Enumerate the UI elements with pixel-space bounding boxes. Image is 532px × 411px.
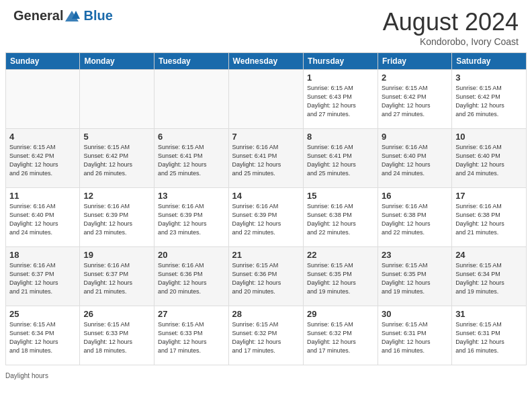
day-number: 19	[83, 250, 150, 260]
col-friday: Friday	[378, 53, 452, 70]
col-saturday: Saturday	[452, 53, 527, 70]
day-number: 28	[232, 309, 300, 319]
table-cell: 19Sunrise: 6:16 AM Sunset: 6:37 PM Dayli…	[80, 247, 154, 306]
day-number: 15	[307, 191, 374, 201]
day-number: 1	[307, 73, 374, 83]
day-number: 25	[9, 309, 76, 319]
day-number: 4	[9, 132, 76, 142]
table-cell: 4Sunrise: 6:15 AM Sunset: 6:42 PM Daylig…	[6, 129, 80, 188]
day-info: Sunrise: 6:15 AM Sunset: 6:42 PM Dayligh…	[382, 84, 448, 119]
table-cell: 14Sunrise: 6:16 AM Sunset: 6:39 PM Dayli…	[228, 188, 303, 247]
day-number: 16	[382, 191, 448, 201]
day-info: Sunrise: 6:16 AM Sunset: 6:40 PM Dayligh…	[382, 143, 448, 178]
table-cell: 22Sunrise: 6:15 AM Sunset: 6:35 PM Dayli…	[304, 247, 378, 306]
day-number: 10	[455, 132, 523, 142]
table-cell: 20Sunrise: 6:16 AM Sunset: 6:36 PM Dayli…	[154, 247, 228, 306]
day-number: 8	[307, 132, 374, 142]
day-info: Sunrise: 6:15 AM Sunset: 6:31 PM Dayligh…	[382, 320, 448, 355]
table-cell: 3Sunrise: 6:15 AM Sunset: 6:42 PM Daylig…	[452, 70, 527, 129]
calendar-week-2: 4Sunrise: 6:15 AM Sunset: 6:42 PM Daylig…	[6, 129, 527, 188]
title-block: August 2024 Kondorobo, Ivory Coast	[383, 8, 519, 47]
calendar-week-4: 18Sunrise: 6:16 AM Sunset: 6:37 PM Dayli…	[6, 247, 527, 306]
calendar-header-row: Sunday Monday Tuesday Wednesday Thursday…	[6, 53, 527, 70]
col-tuesday: Tuesday	[154, 53, 228, 70]
day-info: Sunrise: 6:16 AM Sunset: 6:40 PM Dayligh…	[9, 202, 76, 237]
day-info: Sunrise: 6:16 AM Sunset: 6:38 PM Dayligh…	[307, 202, 374, 237]
logo-blue: Blue	[83, 9, 112, 22]
day-info: Sunrise: 6:15 AM Sunset: 6:35 PM Dayligh…	[382, 261, 448, 296]
day-number: 22	[307, 250, 374, 260]
calendar-week-5: 25Sunrise: 6:15 AM Sunset: 6:34 PM Dayli…	[6, 306, 527, 365]
day-info: Sunrise: 6:16 AM Sunset: 6:37 PM Dayligh…	[83, 261, 150, 296]
day-number: 5	[83, 132, 150, 142]
table-cell: 15Sunrise: 6:16 AM Sunset: 6:38 PM Dayli…	[304, 188, 378, 247]
day-info: Sunrise: 6:16 AM Sunset: 6:40 PM Dayligh…	[455, 143, 523, 178]
day-info: Sunrise: 6:15 AM Sunset: 6:42 PM Dayligh…	[83, 143, 150, 178]
col-monday: Monday	[80, 53, 154, 70]
table-cell: 24Sunrise: 6:15 AM Sunset: 6:34 PM Dayli…	[452, 247, 527, 306]
page-header: General Blue August 2024 Kondorobo, Ivor…	[0, 0, 532, 52]
day-number: 3	[455, 73, 523, 83]
day-info: Sunrise: 6:16 AM Sunset: 6:39 PM Dayligh…	[83, 202, 150, 237]
table-cell: 27Sunrise: 6:15 AM Sunset: 6:33 PM Dayli…	[154, 306, 228, 365]
day-number: 26	[83, 309, 150, 319]
table-cell	[154, 70, 228, 129]
col-thursday: Thursday	[304, 53, 378, 70]
calendar-table: Sunday Monday Tuesday Wednesday Thursday…	[5, 52, 527, 365]
table-cell: 13Sunrise: 6:16 AM Sunset: 6:39 PM Dayli…	[154, 188, 228, 247]
table-cell	[6, 70, 80, 129]
logo: General Blue	[13, 8, 113, 24]
day-number: 21	[232, 250, 300, 260]
day-info: Sunrise: 6:15 AM Sunset: 6:32 PM Dayligh…	[232, 320, 300, 355]
day-info: Sunrise: 6:15 AM Sunset: 6:36 PM Dayligh…	[232, 261, 300, 296]
table-cell: 1Sunrise: 6:15 AM Sunset: 6:43 PM Daylig…	[304, 70, 378, 129]
table-cell: 2Sunrise: 6:15 AM Sunset: 6:42 PM Daylig…	[378, 70, 452, 129]
day-number: 6	[158, 132, 225, 142]
table-cell: 12Sunrise: 6:16 AM Sunset: 6:39 PM Dayli…	[80, 188, 154, 247]
day-info: Sunrise: 6:16 AM Sunset: 6:41 PM Dayligh…	[307, 143, 374, 178]
day-info: Sunrise: 6:15 AM Sunset: 6:33 PM Dayligh…	[83, 320, 150, 355]
table-cell: 17Sunrise: 6:16 AM Sunset: 6:38 PM Dayli…	[452, 188, 527, 247]
month-year-title: August 2024	[383, 8, 519, 36]
location-subtitle: Kondorobo, Ivory Coast	[383, 36, 519, 47]
day-number: 31	[455, 309, 523, 319]
day-number: 29	[307, 309, 374, 319]
col-wednesday: Wednesday	[228, 53, 303, 70]
table-cell: 5Sunrise: 6:15 AM Sunset: 6:42 PM Daylig…	[80, 129, 154, 188]
logo-icon	[64, 9, 80, 23]
table-cell: 8Sunrise: 6:16 AM Sunset: 6:41 PM Daylig…	[304, 129, 378, 188]
table-cell: 30Sunrise: 6:15 AM Sunset: 6:31 PM Dayli…	[378, 306, 452, 365]
day-number: 7	[232, 132, 300, 142]
table-cell: 18Sunrise: 6:16 AM Sunset: 6:37 PM Dayli…	[6, 247, 80, 306]
table-cell: 10Sunrise: 6:16 AM Sunset: 6:40 PM Dayli…	[452, 129, 527, 188]
day-number: 18	[9, 250, 76, 260]
footnote: Daylight hours	[0, 371, 532, 379]
day-info: Sunrise: 6:15 AM Sunset: 6:34 PM Dayligh…	[455, 261, 523, 296]
day-number: 30	[382, 309, 448, 319]
day-number: 27	[158, 309, 225, 319]
day-info: Sunrise: 6:15 AM Sunset: 6:43 PM Dayligh…	[307, 84, 374, 119]
day-number: 9	[382, 132, 448, 142]
day-number: 12	[83, 191, 150, 201]
day-info: Sunrise: 6:16 AM Sunset: 6:39 PM Dayligh…	[232, 202, 300, 237]
day-info: Sunrise: 6:16 AM Sunset: 6:41 PM Dayligh…	[232, 143, 300, 178]
calendar-week-3: 11Sunrise: 6:16 AM Sunset: 6:40 PM Dayli…	[6, 188, 527, 247]
day-info: Sunrise: 6:15 AM Sunset: 6:34 PM Dayligh…	[9, 320, 76, 355]
table-cell: 28Sunrise: 6:15 AM Sunset: 6:32 PM Dayli…	[228, 306, 303, 365]
calendar-wrapper: Sunday Monday Tuesday Wednesday Thursday…	[0, 52, 532, 371]
day-info: Sunrise: 6:16 AM Sunset: 6:36 PM Dayligh…	[158, 261, 225, 296]
day-number: 20	[158, 250, 225, 260]
table-cell: 31Sunrise: 6:15 AM Sunset: 6:31 PM Dayli…	[452, 306, 527, 365]
table-cell: 6Sunrise: 6:15 AM Sunset: 6:41 PM Daylig…	[154, 129, 228, 188]
day-number: 17	[455, 191, 523, 201]
table-cell: 16Sunrise: 6:16 AM Sunset: 6:38 PM Dayli…	[378, 188, 452, 247]
day-info: Sunrise: 6:15 AM Sunset: 6:42 PM Dayligh…	[9, 143, 76, 178]
day-info: Sunrise: 6:15 AM Sunset: 6:31 PM Dayligh…	[455, 320, 523, 355]
day-number: 24	[455, 250, 523, 260]
table-cell: 21Sunrise: 6:15 AM Sunset: 6:36 PM Dayli…	[228, 247, 303, 306]
day-info: Sunrise: 6:15 AM Sunset: 6:42 PM Dayligh…	[455, 84, 523, 119]
table-cell: 7Sunrise: 6:16 AM Sunset: 6:41 PM Daylig…	[228, 129, 303, 188]
day-info: Sunrise: 6:15 AM Sunset: 6:32 PM Dayligh…	[307, 320, 374, 355]
day-info: Sunrise: 6:16 AM Sunset: 6:39 PM Dayligh…	[158, 202, 225, 237]
day-number: 14	[232, 191, 300, 201]
